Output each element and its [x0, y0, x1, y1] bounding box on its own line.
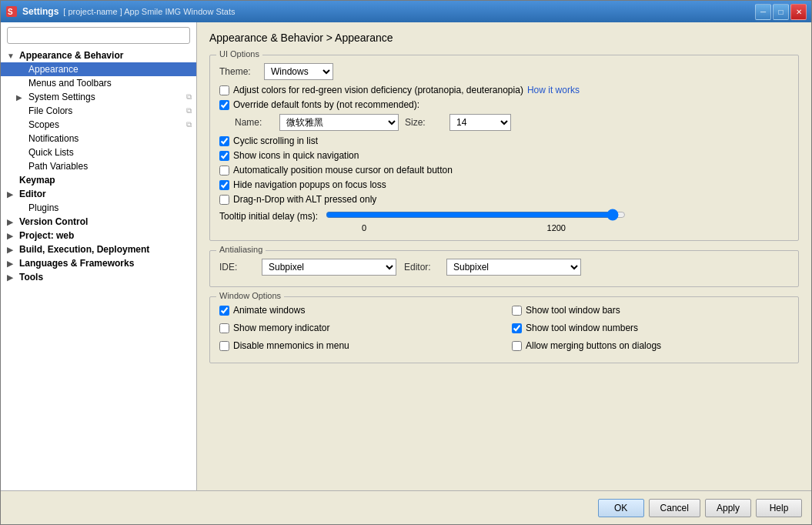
disable-mnemonics-label: Disable mnemonics in menu	[233, 340, 349, 351]
show-memory-checkbox[interactable]	[219, 323, 229, 333]
title-bar: S Settings [ project-name ] App Smile IM…	[1, 1, 811, 22]
font-select[interactable]: 微软雅黑 Arial Consolas	[279, 114, 399, 131]
auto-position-label: Automatically position mouse cursor on d…	[233, 165, 453, 176]
sidebar-item-menus-toolbars[interactable]: Menus and Toolbars	[1, 76, 196, 90]
sidebar-item-label: Scopes	[28, 119, 59, 130]
sidebar-item-editor[interactable]: ▶ Editor	[1, 187, 196, 201]
sidebar-item-label: Languages & Frameworks	[19, 258, 134, 269]
tooltip-delay-section: Tooltip initial delay (ms): 0 1200	[219, 209, 789, 232]
allow-merging-checkbox[interactable]	[512, 341, 522, 351]
sidebar-item-label: Version Control	[19, 216, 88, 227]
adjust-colors-label: Adjust colors for red-green vision defic…	[233, 85, 523, 95]
tooltip-slider[interactable]	[326, 209, 626, 221]
tooltip-row: Tooltip initial delay (ms):	[219, 209, 789, 223]
sidebar-item-scopes[interactable]: Scopes ⧉	[1, 118, 196, 132]
sidebar: ▼ Appearance & Behavior Appearance Menus…	[1, 22, 197, 490]
ide-label: IDE:	[219, 262, 254, 273]
override-fonts-label: Override default fonts by (not recommend…	[233, 99, 419, 110]
cyclic-scrolling-row[interactable]: Cyclic scrolling in list	[219, 135, 789, 146]
allow-merging-row[interactable]: Allow merging buttons on dialogs	[512, 340, 789, 351]
antialiasing-label: Antialiasing	[216, 245, 266, 254]
animate-windows-checkbox[interactable]	[219, 306, 229, 316]
expand-icon: ▶	[16, 93, 25, 102]
sidebar-item-notifications[interactable]: Notifications	[1, 132, 196, 145]
cyclic-scrolling-checkbox[interactable]	[219, 136, 229, 146]
window-options-label: Window Options	[216, 291, 284, 300]
show-memory-row[interactable]: Show memory indicator	[219, 323, 496, 333]
cancel-button[interactable]: Cancel	[649, 499, 700, 517]
breadcrumb: Appearance & Behavior > Appearance	[209, 32, 393, 44]
window-options-grid: Animate windows Show tool window bars Sh…	[219, 305, 789, 355]
sidebar-item-build-execution[interactable]: ▶ Build, Execution, Deployment	[1, 242, 196, 256]
size-select[interactable]: 12 13 14 16 18	[449, 114, 511, 131]
sidebar-item-label: Editor	[19, 189, 46, 199]
sidebar-item-version-control[interactable]: ▶ Version Control	[1, 215, 196, 229]
sidebar-item-file-colors[interactable]: File Colors ⧉	[1, 104, 196, 118]
cyclic-scrolling-label: Cyclic scrolling in list	[233, 135, 318, 146]
close-button[interactable]: ✕	[790, 4, 807, 20]
sidebar-item-languages-frameworks[interactable]: ▶ Languages & Frameworks	[1, 256, 196, 270]
ok-button[interactable]: OK	[598, 499, 644, 517]
sidebar-item-system-settings[interactable]: ▶ System Settings ⧉	[1, 90, 196, 104]
disable-mnemonics-row[interactable]: Disable mnemonics in menu	[219, 340, 496, 351]
override-fonts-checkbox[interactable]	[219, 100, 229, 110]
main-content: ▼ Appearance & Behavior Appearance Menus…	[1, 22, 811, 490]
sidebar-item-label: Quick Lists	[28, 147, 74, 158]
search-input[interactable]	[7, 27, 190, 44]
show-tool-window-numbers-checkbox[interactable]	[512, 323, 522, 333]
allow-merging-label: Allow merging buttons on dialogs	[526, 340, 661, 351]
show-tool-window-numbers-row[interactable]: Show tool window numbers	[512, 323, 789, 333]
copy-icon: ⧉	[186, 92, 192, 102]
sidebar-item-keymap[interactable]: Keymap	[1, 173, 196, 187]
show-tool-window-bars-checkbox[interactable]	[512, 306, 522, 316]
theme-label: Theme:	[219, 66, 258, 77]
show-icons-checkbox[interactable]	[219, 151, 229, 161]
main-panel: Appearance & Behavior > Appearance UI Op…	[197, 22, 811, 490]
drag-drop-label: Drag-n-Drop with ALT pressed only	[233, 194, 376, 205]
sidebar-item-appearance-behavior[interactable]: ▼ Appearance & Behavior	[1, 48, 196, 62]
sidebar-item-label: File Colors	[28, 105, 72, 116]
auto-position-checkbox[interactable]	[219, 166, 229, 176]
settings-window: S Settings [ project-name ] App Smile IM…	[0, 0, 812, 525]
how-it-works-link[interactable]: How it works	[527, 85, 580, 95]
animate-windows-label: Animate windows	[233, 305, 305, 316]
svg-text:S: S	[8, 8, 13, 16]
sidebar-item-tools[interactable]: ▶ Tools	[1, 270, 196, 284]
size-label: Size:	[405, 117, 443, 128]
show-tool-window-bars-row[interactable]: Show tool window bars	[512, 305, 789, 316]
sidebar-item-plugins[interactable]: Plugins	[1, 201, 196, 215]
animate-windows-row[interactable]: Animate windows	[219, 305, 496, 316]
window-title-extra: [ project-name ] App Smile IMG Window St…	[63, 7, 235, 16]
sidebar-item-path-variables[interactable]: Path Variables	[1, 159, 196, 173]
auto-position-row[interactable]: Automatically position mouse cursor on d…	[219, 165, 789, 176]
show-icons-row[interactable]: Show icons in quick navigation	[219, 150, 789, 161]
ui-options-section: UI Options Theme: Windows Darcula Intell…	[209, 55, 799, 241]
ide-antialiasing-select[interactable]: None Grayscale Subpixel	[262, 259, 396, 276]
disable-mnemonics-checkbox[interactable]	[219, 341, 229, 351]
expand-icon: ▶	[7, 273, 16, 282]
sidebar-item-label: Plugins	[28, 202, 58, 213]
theme-select[interactable]: Windows Darcula IntelliJ	[264, 63, 333, 80]
hide-nav-checkbox[interactable]	[219, 180, 229, 190]
help-button[interactable]: Help	[756, 499, 802, 517]
minimize-button[interactable]: ─	[755, 4, 771, 20]
sidebar-item-label: Appearance	[28, 64, 79, 75]
show-tool-window-numbers-label: Show tool window numbers	[526, 323, 638, 333]
override-fonts-row[interactable]: Override default fonts by (not recommend…	[219, 99, 789, 110]
font-row: Name: 微软雅黑 Arial Consolas Size: 12 13 14…	[219, 114, 789, 131]
sidebar-item-appearance[interactable]: Appearance	[1, 62, 196, 76]
editor-antialiasing-select[interactable]: None Grayscale Subpixel	[446, 259, 581, 276]
sidebar-item-project-web[interactable]: ▶ Project: web	[1, 229, 196, 242]
apply-button[interactable]: Apply	[705, 499, 751, 517]
sidebar-item-label: Project: web	[19, 230, 74, 241]
sidebar-item-quick-lists[interactable]: Quick Lists	[1, 145, 196, 159]
expand-icon: ▶	[7, 232, 16, 240]
expand-icon: ▶	[7, 190, 16, 199]
hide-nav-row[interactable]: Hide navigation popups on focus loss	[219, 179, 789, 190]
drag-drop-checkbox[interactable]	[219, 195, 229, 205]
drag-drop-row[interactable]: Drag-n-Drop with ALT pressed only	[219, 194, 789, 205]
show-tool-window-bars-label: Show tool window bars	[526, 305, 620, 316]
adjust-colors-row[interactable]: Adjust colors for red-green vision defic…	[219, 85, 789, 95]
maximize-button[interactable]: □	[773, 4, 789, 20]
adjust-colors-checkbox[interactable]	[219, 85, 229, 95]
